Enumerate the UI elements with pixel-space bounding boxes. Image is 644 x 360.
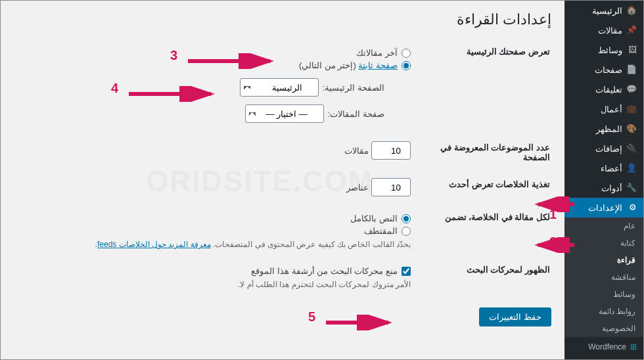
menu-label: أعمال — [601, 104, 622, 114]
homepage-select[interactable]: الرئيسية — [240, 78, 319, 97]
radio-static-label: صفحة ثابتة (إختر من التالي) — [299, 60, 398, 70]
content-area: ORIDSITE.COM إعدادات القراءة تعرض صفحتك … — [1, 1, 564, 359]
sub-general[interactable]: عام — [564, 217, 643, 235]
plugin-icon: 🔌 — [626, 143, 637, 154]
menu-appearance[interactable]: 🎨المظهر — [564, 119, 643, 139]
homepage-select-label: الصفحة الرئيسية: — [323, 83, 384, 93]
briefcase-icon: 💼 — [626, 104, 637, 114]
unit-label: مقالات — [344, 146, 369, 156]
feeds-link[interactable]: معرفة المزيد حول الخلاصات feeds — [97, 240, 211, 249]
menu-label: وسائط — [598, 45, 622, 55]
wrench-icon: 🔧 — [626, 183, 637, 193]
pin-icon: 📌 — [626, 25, 637, 35]
homepage-displays-label: تعرض صفحتك الرئيسية — [419, 39, 550, 133]
menu-label: إضافات — [595, 144, 622, 154]
sub-reading[interactable]: قراءة — [564, 252, 643, 269]
postspage-select-label: صفحة المقالات: — [328, 109, 384, 119]
unit-label: عناصر — [346, 183, 369, 192]
posts-per-page-input[interactable] — [371, 141, 411, 160]
menu-label: صفحات — [595, 65, 622, 75]
save-button[interactable]: حفظ التغييرات — [479, 307, 551, 326]
radio-full-text[interactable] — [402, 214, 411, 223]
feed-items-input[interactable] — [371, 178, 411, 196]
radio-latest-label: آخر مقالاتك — [356, 48, 398, 58]
menu-label: مقالات — [598, 26, 622, 35]
seo-description: الأمر متروك لمحركات البحث لتحترم هذا الط… — [22, 280, 411, 289]
menu-tools[interactable]: 🔧أدوات — [564, 178, 643, 198]
admin-sidebar: 🏠الرئيسية 📌مقالات 🖼وسائط 📄صفحات 💬تعليقات… — [564, 1, 643, 359]
user-icon: 👤 — [626, 163, 637, 173]
sub-discussion[interactable]: مناقشة — [564, 269, 643, 286]
menu-settings[interactable]: ⚙الإعدادات — [564, 198, 643, 217]
feed-content-label: لكل مقالة في الخلاصة، تضمن — [419, 204, 550, 256]
media-icon: 🖼 — [626, 45, 637, 55]
menu-label: أعضاء — [601, 164, 622, 173]
comment-icon: 💬 — [626, 84, 637, 95]
menu-label: الإعدادات — [588, 203, 622, 213]
menu-label: تعليقات — [595, 85, 622, 95]
seo-discourage-checkbox[interactable] — [402, 267, 411, 276]
static-suffix: (إختر من التالي) — [299, 60, 359, 70]
feed-description: يحدّد القالب الخاص بك كيفية عرض المحتوى … — [22, 240, 411, 249]
menu-label: الرئيسية — [592, 6, 622, 16]
menu-users[interactable]: 👤أعضاء — [564, 158, 643, 178]
page-title: إعدادات القراءة — [14, 11, 551, 28]
menu-plugins[interactable]: 🔌إضافات — [564, 139, 643, 158]
menu-wordfence[interactable]: ⊞Wordfence — [564, 337, 643, 357]
radio-summary-label: المقتطف — [364, 226, 398, 236]
sub-privacy[interactable]: الخصوصية — [564, 320, 643, 337]
menu-posts[interactable]: 📌مقالات — [564, 20, 643, 40]
static-link[interactable]: صفحة ثابتة — [358, 60, 398, 70]
seo-visibility-label: الظهور لمحركات البحث — [419, 257, 550, 296]
posts-per-page-label: عدد الموضوعات المعروضة في الصفحة — [419, 135, 550, 170]
page-icon: 📄 — [626, 64, 637, 75]
menu-comments[interactable]: 💬تعليقات — [564, 79, 643, 99]
postspage-select[interactable]: — اختيار — — [245, 104, 324, 123]
menu-media[interactable]: 🖼وسائط — [564, 40, 643, 60]
gear-icon: ⚙ — [626, 202, 637, 213]
brush-icon: 🎨 — [626, 124, 637, 134]
radio-latest-posts[interactable] — [402, 49, 411, 58]
wordfence-icon: ⊞ — [630, 342, 637, 351]
menu-dashboard[interactable]: 🏠الرئيسية — [564, 1, 643, 20]
sub-permalinks[interactable]: روابط دائمة — [564, 303, 643, 320]
menu-works[interactable]: 💼أعمال — [564, 99, 643, 119]
seo-checkbox-label: منع محركات البحث من أرشفة هذا الموقع — [251, 266, 398, 276]
sub-media[interactable]: وسائط — [564, 286, 643, 303]
menu-label: المظهر — [596, 124, 622, 134]
radio-summary[interactable] — [402, 227, 411, 236]
feed-items-label: تغذية الخلاصات تعرض أحدث — [419, 171, 550, 203]
settings-submenu: عام كتابة قراءة مناقشة وسائط روابط دائمة… — [564, 217, 643, 337]
dashboard-icon: 🏠 — [626, 5, 637, 16]
sub-writing[interactable]: كتابة — [564, 235, 643, 252]
menu-label: أدوات — [601, 183, 622, 193]
radio-full-label: النص بالكامل — [350, 214, 398, 223]
radio-static-page[interactable] — [402, 61, 411, 70]
menu-label: Wordfence — [588, 342, 626, 351]
menu-pages[interactable]: 📄صفحات — [564, 60, 643, 79]
